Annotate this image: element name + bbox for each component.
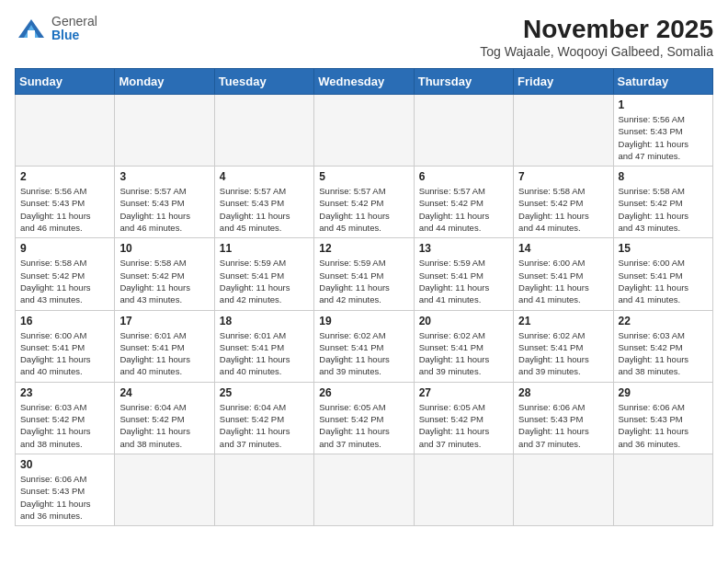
calendar-cell bbox=[514, 95, 613, 167]
calendar-cell: 18Sunrise: 6:01 AM Sunset: 5:41 PM Dayli… bbox=[214, 310, 313, 382]
calendar-cell: 5Sunrise: 5:57 AM Sunset: 5:42 PM Daylig… bbox=[314, 167, 414, 238]
day-number: 10 bbox=[119, 242, 209, 255]
day-info: Sunrise: 6:00 AM Sunset: 5:41 PM Dayligh… bbox=[518, 257, 608, 305]
day-number: 22 bbox=[619, 315, 708, 327]
day-number: 14 bbox=[518, 242, 608, 255]
calendar-cell: 20Sunrise: 6:02 AM Sunset: 5:41 PM Dayli… bbox=[414, 310, 513, 382]
month-title: November 2025 bbox=[480, 15, 713, 44]
day-info: Sunrise: 5:58 AM Sunset: 5:42 PM Dayligh… bbox=[518, 185, 608, 234]
day-info: Sunrise: 5:57 AM Sunset: 5:42 PM Dayligh… bbox=[319, 185, 408, 234]
logo-icon bbox=[15, 16, 48, 41]
day-number: 16 bbox=[20, 315, 109, 327]
calendar-cell: 9Sunrise: 5:58 AM Sunset: 5:42 PM Daylig… bbox=[16, 238, 115, 310]
calendar-cell: 25Sunrise: 6:04 AM Sunset: 5:42 PM Dayli… bbox=[214, 382, 313, 454]
calendar-cell: 23Sunrise: 6:03 AM Sunset: 5:42 PM Dayli… bbox=[16, 382, 115, 454]
weekday-header-saturday: Saturday bbox=[613, 69, 712, 95]
calendar-cell: 28Sunrise: 6:06 AM Sunset: 5:43 PM Dayli… bbox=[514, 382, 613, 454]
calendar-cell bbox=[214, 454, 313, 525]
day-number: 29 bbox=[619, 386, 708, 399]
title-block: November 2025 Tog Wajaale, Woqooyi Galbe… bbox=[480, 15, 713, 59]
week-row-3: 9Sunrise: 5:58 AM Sunset: 5:42 PM Daylig… bbox=[16, 238, 713, 310]
calendar-cell: 21Sunrise: 6:02 AM Sunset: 5:41 PM Dayli… bbox=[514, 310, 613, 382]
day-info: Sunrise: 6:02 AM Sunset: 5:41 PM Dayligh… bbox=[518, 329, 608, 378]
calendar-cell: 16Sunrise: 6:00 AM Sunset: 5:41 PM Dayli… bbox=[16, 310, 115, 382]
day-number: 3 bbox=[119, 170, 209, 183]
day-number: 5 bbox=[319, 170, 408, 183]
calendar-cell: 17Sunrise: 6:01 AM Sunset: 5:41 PM Dayli… bbox=[115, 310, 214, 382]
day-info: Sunrise: 6:06 AM Sunset: 5:43 PM Dayligh… bbox=[20, 473, 109, 522]
week-row-1: 1Sunrise: 5:56 AM Sunset: 5:43 PM Daylig… bbox=[16, 95, 713, 167]
week-row-5: 23Sunrise: 6:03 AM Sunset: 5:42 PM Dayli… bbox=[16, 382, 713, 454]
day-info: Sunrise: 6:03 AM Sunset: 5:42 PM Dayligh… bbox=[20, 401, 109, 450]
calendar-cell: 3Sunrise: 5:57 AM Sunset: 5:43 PM Daylig… bbox=[115, 167, 214, 238]
day-number: 1 bbox=[619, 98, 708, 111]
day-info: Sunrise: 5:58 AM Sunset: 5:42 PM Dayligh… bbox=[619, 185, 708, 234]
day-info: Sunrise: 6:01 AM Sunset: 5:41 PM Dayligh… bbox=[119, 329, 209, 378]
weekday-header-friday: Friday bbox=[514, 69, 613, 95]
calendar-cell bbox=[613, 454, 712, 525]
day-info: Sunrise: 6:06 AM Sunset: 5:43 PM Dayligh… bbox=[619, 401, 708, 450]
calendar-cell: 6Sunrise: 5:57 AM Sunset: 5:42 PM Daylig… bbox=[414, 167, 513, 238]
calendar-cell bbox=[115, 95, 214, 167]
day-info: Sunrise: 6:03 AM Sunset: 5:42 PM Dayligh… bbox=[619, 329, 708, 378]
day-info: Sunrise: 5:56 AM Sunset: 5:43 PM Dayligh… bbox=[619, 113, 708, 162]
day-number: 9 bbox=[20, 242, 109, 255]
day-info: Sunrise: 6:00 AM Sunset: 5:41 PM Dayligh… bbox=[20, 329, 109, 378]
weekday-header-tuesday: Tuesday bbox=[214, 69, 313, 95]
calendar-cell: 4Sunrise: 5:57 AM Sunset: 5:43 PM Daylig… bbox=[214, 167, 313, 238]
calendar-cell: 11Sunrise: 5:59 AM Sunset: 5:41 PM Dayli… bbox=[214, 238, 313, 310]
day-number: 25 bbox=[220, 386, 309, 399]
calendar-cell bbox=[514, 454, 613, 525]
day-info: Sunrise: 6:02 AM Sunset: 5:41 PM Dayligh… bbox=[419, 329, 508, 378]
day-number: 6 bbox=[419, 170, 508, 183]
calendar-cell: 12Sunrise: 5:59 AM Sunset: 5:41 PM Dayli… bbox=[314, 238, 414, 310]
day-number: 26 bbox=[319, 386, 408, 399]
calendar-cell bbox=[115, 454, 214, 525]
day-number: 27 bbox=[419, 386, 508, 399]
calendar-cell: 22Sunrise: 6:03 AM Sunset: 5:42 PM Dayli… bbox=[613, 310, 712, 382]
day-number: 2 bbox=[20, 170, 109, 183]
day-number: 4 bbox=[220, 170, 309, 183]
day-number: 19 bbox=[319, 315, 408, 327]
day-info: Sunrise: 6:02 AM Sunset: 5:41 PM Dayligh… bbox=[319, 329, 408, 378]
calendar-cell: 15Sunrise: 6:00 AM Sunset: 5:41 PM Dayli… bbox=[613, 238, 712, 310]
weekday-header-row: SundayMondayTuesdayWednesdayThursdayFrid… bbox=[16, 69, 713, 95]
day-info: Sunrise: 6:06 AM Sunset: 5:43 PM Dayligh… bbox=[518, 401, 608, 450]
logo: General Blue bbox=[15, 15, 97, 43]
day-number: 12 bbox=[319, 242, 408, 255]
day-info: Sunrise: 5:57 AM Sunset: 5:43 PM Dayligh… bbox=[119, 185, 209, 234]
day-number: 30 bbox=[20, 458, 109, 471]
calendar-cell bbox=[214, 95, 313, 167]
day-info: Sunrise: 5:57 AM Sunset: 5:42 PM Dayligh… bbox=[419, 185, 508, 234]
calendar-cell: 2Sunrise: 5:56 AM Sunset: 5:43 PM Daylig… bbox=[16, 167, 115, 238]
day-info: Sunrise: 6:04 AM Sunset: 5:42 PM Dayligh… bbox=[220, 401, 309, 450]
day-number: 11 bbox=[220, 242, 309, 255]
day-info: Sunrise: 6:04 AM Sunset: 5:42 PM Dayligh… bbox=[119, 401, 209, 450]
calendar-cell: 30Sunrise: 6:06 AM Sunset: 5:43 PM Dayli… bbox=[16, 454, 115, 525]
calendar-cell: 29Sunrise: 6:06 AM Sunset: 5:43 PM Dayli… bbox=[613, 382, 712, 454]
day-number: 24 bbox=[119, 386, 209, 399]
calendar-cell: 24Sunrise: 6:04 AM Sunset: 5:42 PM Dayli… bbox=[115, 382, 214, 454]
week-row-4: 16Sunrise: 6:00 AM Sunset: 5:41 PM Dayli… bbox=[16, 310, 713, 382]
day-number: 20 bbox=[419, 315, 508, 327]
calendar-cell: 8Sunrise: 5:58 AM Sunset: 5:42 PM Daylig… bbox=[613, 167, 712, 238]
day-info: Sunrise: 6:05 AM Sunset: 5:42 PM Dayligh… bbox=[419, 401, 508, 450]
day-info: Sunrise: 5:58 AM Sunset: 5:42 PM Dayligh… bbox=[119, 257, 209, 305]
day-number: 18 bbox=[220, 315, 309, 327]
day-info: Sunrise: 5:56 AM Sunset: 5:43 PM Dayligh… bbox=[20, 185, 109, 234]
calendar-cell: 1Sunrise: 5:56 AM Sunset: 5:43 PM Daylig… bbox=[613, 95, 712, 167]
day-info: Sunrise: 5:58 AM Sunset: 5:42 PM Dayligh… bbox=[20, 257, 109, 305]
day-info: Sunrise: 5:59 AM Sunset: 5:41 PM Dayligh… bbox=[220, 257, 309, 305]
day-info: Sunrise: 5:59 AM Sunset: 5:41 PM Dayligh… bbox=[419, 257, 508, 305]
day-number: 13 bbox=[419, 242, 508, 255]
weekday-header-thursday: Thursday bbox=[414, 69, 513, 95]
calendar-cell: 13Sunrise: 5:59 AM Sunset: 5:41 PM Dayli… bbox=[414, 238, 513, 310]
calendar-cell: 14Sunrise: 6:00 AM Sunset: 5:41 PM Dayli… bbox=[514, 238, 613, 310]
week-row-2: 2Sunrise: 5:56 AM Sunset: 5:43 PM Daylig… bbox=[16, 167, 713, 238]
page-header: General Blue November 2025 Tog Wajaale, … bbox=[15, 15, 713, 59]
day-number: 21 bbox=[518, 315, 608, 327]
calendar-cell bbox=[414, 95, 513, 167]
calendar-cell: 26Sunrise: 6:05 AM Sunset: 5:42 PM Dayli… bbox=[314, 382, 414, 454]
day-number: 17 bbox=[119, 315, 209, 327]
logo-text: General Blue bbox=[51, 15, 97, 43]
